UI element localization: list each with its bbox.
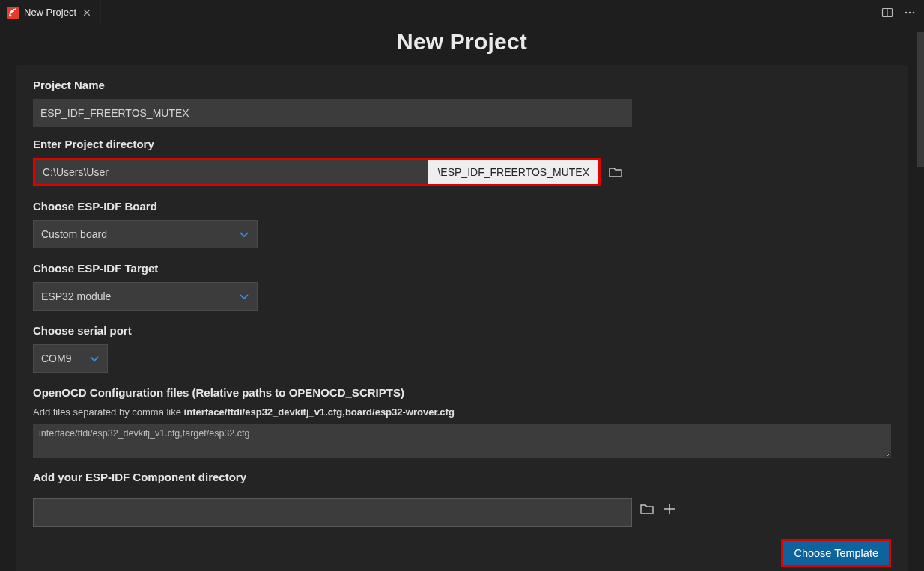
svg-point-6 <box>913 11 915 13</box>
tab-new-project[interactable]: New Project <box>0 0 101 25</box>
project-dir-input[interactable] <box>35 160 428 184</box>
serial-label: Choose serial port <box>33 324 891 337</box>
svg-point-1 <box>10 14 12 16</box>
tab-label: New Project <box>24 7 76 18</box>
espressif-icon <box>7 7 19 19</box>
project-name-label: Project Name <box>33 79 891 91</box>
project-dir-label: Enter Project directory <box>33 138 891 150</box>
project-dir-suffix: \ESP_IDF_FREERTOS_MUTEX <box>428 160 598 184</box>
target-select[interactable]: ESP32 module <box>33 282 258 311</box>
board-select-value: Custom board <box>41 228 107 240</box>
serial-select-value: COM9 <box>41 352 71 364</box>
project-name-input[interactable] <box>33 99 632 127</box>
editor-area: New Project Project Name Enter Project d… <box>0 25 924 571</box>
component-dir-input[interactable] <box>33 498 632 527</box>
target-label: Choose ESP-IDF Target <box>33 262 891 275</box>
close-icon[interactable] <box>81 7 93 19</box>
openocd-hint: Add files separated by comma like interf… <box>33 406 891 418</box>
browse-folder-icon[interactable] <box>608 165 623 180</box>
scrollbar-thumb[interactable] <box>917 32 924 167</box>
split-editor-icon[interactable] <box>879 4 896 21</box>
tab-actions <box>879 0 924 25</box>
svg-rect-0 <box>7 7 19 19</box>
scrollbar-track[interactable] <box>917 25 924 571</box>
board-label: Choose ESP-IDF Board <box>33 200 891 213</box>
choose-template-button[interactable]: Choose Template <box>781 539 891 567</box>
tab-bar: New Project <box>0 0 924 25</box>
tabs-container: New Project <box>0 0 101 25</box>
svg-point-5 <box>909 11 911 13</box>
component-dir-label: Add your ESP-IDF Component directory <box>33 471 891 483</box>
page-title: New Project <box>397 29 527 55</box>
new-project-form: Project Name Enter Project directory \ES… <box>16 65 908 571</box>
chevron-down-icon <box>239 291 249 302</box>
chevron-down-icon <box>89 353 100 364</box>
browse-component-folder-icon[interactable] <box>639 501 654 516</box>
add-component-icon[interactable] <box>662 501 677 516</box>
chevron-down-icon <box>239 229 249 239</box>
svg-point-4 <box>905 11 908 13</box>
openocd-textarea[interactable] <box>33 424 891 458</box>
openocd-label: OpenOCD Configuration files (Relative pa… <box>33 386 891 399</box>
openocd-hint-text: Add files separated by comma like <box>33 406 184 418</box>
board-select[interactable]: Custom board <box>33 220 258 248</box>
openocd-hint-example: interface/ftdi/esp32_devkitj_v1.cfg,boar… <box>184 406 455 418</box>
project-dir-field: \ESP_IDF_FREERTOS_MUTEX <box>33 158 601 186</box>
target-select-value: ESP32 module <box>41 290 111 302</box>
more-actions-icon[interactable] <box>902 4 918 21</box>
serial-select[interactable]: COM9 <box>33 344 108 373</box>
